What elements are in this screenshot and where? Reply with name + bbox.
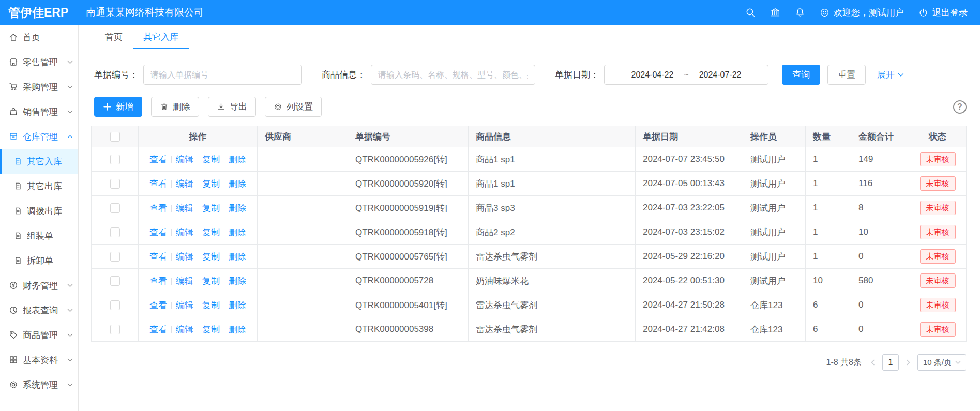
table-row: 查看编辑复制删除 QTRK00000005765[转] 雷达杀虫气雾剂 2024… <box>92 245 967 269</box>
sidebar-item-reports[interactable]: 报表查询 <box>0 298 78 323</box>
tab-label: 首页 <box>105 31 123 43</box>
export-button[interactable]: 导出 <box>208 97 256 117</box>
action-separator <box>198 205 198 212</box>
cell-supplier <box>258 317 348 342</box>
row-action-delete[interactable]: 删除 <box>229 252 246 262</box>
status-badge: 未审核 <box>920 322 956 337</box>
cell-qty: 1 <box>806 220 851 245</box>
row-action-view[interactable]: 查看 <box>149 300 167 310</box>
header-supplier: 供应商 <box>258 126 348 147</box>
help-icon[interactable]: ? <box>953 100 967 114</box>
cell-product: 奶油味爆米花 <box>469 269 636 293</box>
reset-button[interactable]: 重置 <box>827 65 866 85</box>
tab-label: 其它入库 <box>143 31 178 43</box>
tab-home[interactable]: 首页 <box>95 25 133 49</box>
prev-page-icon[interactable] <box>869 359 877 366</box>
row-action-delete[interactable]: 删除 <box>229 300 246 310</box>
welcome-user[interactable]: 欢迎您，测试用户 <box>820 7 904 19</box>
row-action-delete[interactable]: 删除 <box>229 325 246 334</box>
row-action-delete[interactable]: 删除 <box>229 203 246 213</box>
row-action-edit[interactable]: 编辑 <box>176 300 193 310</box>
date-end-value[interactable]: 2024-07-22 <box>699 70 742 80</box>
expand-filters-link[interactable]: 展开 <box>877 69 904 81</box>
row-checkbox[interactable] <box>110 276 120 286</box>
warehouse-box-icon <box>9 132 18 141</box>
sidebar-item-home[interactable]: 首页 <box>0 25 78 50</box>
row-action-copy[interactable]: 复制 <box>202 227 220 237</box>
row-checkbox[interactable] <box>110 203 120 213</box>
row-action-delete[interactable]: 删除 <box>229 179 246 189</box>
row-action-edit[interactable]: 编辑 <box>176 155 193 164</box>
next-page-icon[interactable] <box>904 359 912 366</box>
row-action-copy[interactable]: 复制 <box>202 325 220 334</box>
row-action-copy[interactable]: 复制 <box>202 179 220 189</box>
row-action-edit[interactable]: 编辑 <box>176 325 193 334</box>
row-action-delete[interactable]: 删除 <box>229 276 246 286</box>
sidebar-item-other-outbound[interactable]: 其它出库 <box>0 174 78 199</box>
product-info-input[interactable] <box>371 65 535 85</box>
row-action-view[interactable]: 查看 <box>149 325 167 334</box>
sidebar-item-basic-data[interactable]: 基本资料 <box>0 347 78 372</box>
row-action-edit[interactable]: 编辑 <box>176 276 193 286</box>
top-bar-right: 欢迎您，测试用户 退出登录 <box>745 7 980 19</box>
row-action-edit[interactable]: 编辑 <box>176 179 193 189</box>
cell-amount: 149 <box>851 147 909 172</box>
export-label: 导出 <box>230 101 247 113</box>
sidebar-item-disassembly[interactable]: 拆卸单 <box>0 248 78 273</box>
row-checkbox[interactable] <box>110 325 120 334</box>
row-action-copy[interactable]: 复制 <box>202 155 220 164</box>
sidebar-item-sales[interactable]: 销售管理 <box>0 99 78 124</box>
action-separator <box>198 326 198 333</box>
row-action-view[interactable]: 查看 <box>149 155 167 164</box>
search-button[interactable]: 查询 <box>782 65 820 85</box>
row-action-edit[interactable]: 编辑 <box>176 203 193 213</box>
delete-button[interactable]: 删除 <box>151 97 199 117</box>
row-checkbox[interactable] <box>110 227 120 237</box>
column-settings-label: 列设置 <box>287 101 313 113</box>
sidebar-item-other-inbound[interactable]: 其它入库 <box>0 149 78 174</box>
action-separator <box>171 229 172 236</box>
row-action-view[interactable]: 查看 <box>149 276 167 286</box>
row-action-edit[interactable]: 编辑 <box>176 227 193 237</box>
sidebar-item-system[interactable]: 系统管理 <box>0 372 78 397</box>
document-icon <box>14 182 22 190</box>
date-range-picker[interactable]: 2024-04-22 ~ 2024-07-22 <box>604 65 768 85</box>
sidebar-item-warehouse[interactable]: 仓库管理 <box>0 124 78 149</box>
row-action-copy[interactable]: 复制 <box>202 252 220 262</box>
row-action-copy[interactable]: 复制 <box>202 276 220 286</box>
search-icon[interactable] <box>745 7 756 18</box>
logout-button[interactable]: 退出登录 <box>918 7 968 19</box>
row-checkbox[interactable] <box>110 300 120 310</box>
row-action-edit[interactable]: 编辑 <box>176 252 193 262</box>
row-action-view[interactable]: 查看 <box>149 203 167 213</box>
page-size-select[interactable]: 10 条/页 <box>917 354 966 371</box>
content-area: 首页 其它入库 单据编号： 商品信息： 单据日期： 2024-04-22 ~ 2… <box>79 25 980 411</box>
page-number[interactable]: 1 <box>882 354 899 371</box>
row-checkbox[interactable] <box>110 155 120 164</box>
row-checkbox[interactable] <box>110 179 120 189</box>
bank-icon[interactable] <box>770 7 780 18</box>
row-action-delete[interactable]: 删除 <box>229 227 246 237</box>
bell-icon[interactable] <box>795 7 805 18</box>
sidebar-item-retail[interactable]: 零售管理 <box>0 50 78 74</box>
select-all-checkbox[interactable] <box>110 132 120 142</box>
date-start-value[interactable]: 2024-04-22 <box>631 70 673 80</box>
sidebar-item-assembly[interactable]: 组装单 <box>0 223 78 248</box>
bill-no-input[interactable] <box>143 65 302 85</box>
row-action-view[interactable]: 查看 <box>149 252 167 262</box>
action-separator <box>224 180 224 188</box>
row-action-copy[interactable]: 复制 <box>202 300 220 310</box>
tab-other-inbound[interactable]: 其它入库 <box>133 25 189 49</box>
sidebar-item-goods[interactable]: 商品管理 <box>0 323 78 347</box>
column-settings-button[interactable]: 列设置 <box>265 97 322 117</box>
row-action-delete[interactable]: 删除 <box>229 155 246 164</box>
sidebar-item-finance[interactable]: 财务管理 <box>0 273 78 298</box>
row-action-copy[interactable]: 复制 <box>202 203 220 213</box>
row-action-view[interactable]: 查看 <box>149 179 167 189</box>
cell-bill-no: QTRK00000005401[转] <box>348 293 469 317</box>
row-checkbox[interactable] <box>110 252 120 262</box>
sidebar-item-transfer-outbound[interactable]: 调拨出库 <box>0 199 78 223</box>
add-button[interactable]: 新增 <box>94 97 142 117</box>
row-action-view[interactable]: 查看 <box>149 227 167 237</box>
sidebar-item-purchase[interactable]: 采购管理 <box>0 74 78 99</box>
